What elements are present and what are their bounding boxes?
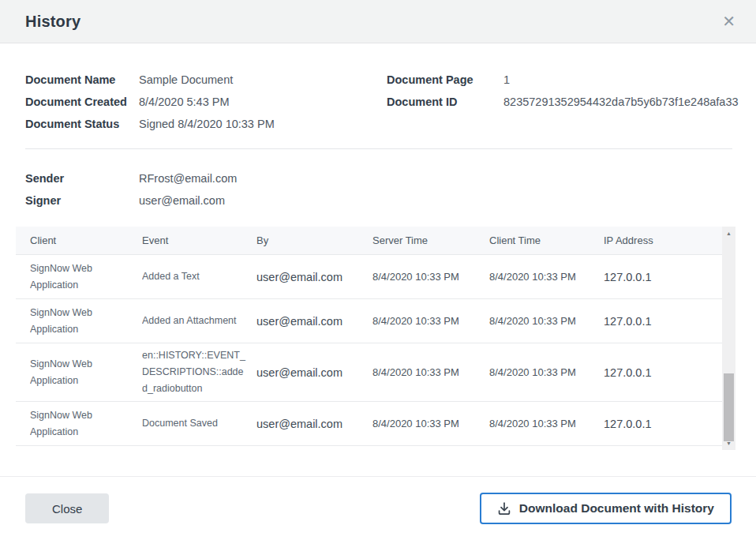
column-header-event: Event [142,234,256,246]
field-label: Document Name [25,73,139,86]
cell-client-time: 8/4/2020 10:33 PM [489,366,604,378]
cell-client: SignNow Web Application [30,261,142,293]
table-scrollbar[interactable]: ▲ ▼ [722,227,735,450]
cell-by: user@email.com [256,271,372,283]
field-label: Document Page [387,73,503,86]
cell-client: SignNow Web Application [30,305,142,337]
cell-server-time: 8/4/2020 10:33 PM [372,418,489,429]
cell-ip-address: 127.0.0.1 [604,366,720,379]
modal-header: History ✕ [0,0,756,43]
field-label: Sender [25,172,139,185]
history-table: Client Event By Server Time Client Time … [16,227,735,450]
field-document-name: Document Name Sample Document [25,69,275,91]
field-label: Document Status [25,118,139,130]
scroll-down-icon[interactable]: ▼ [722,437,735,449]
field-value: 8/4/2020 5:43 PM [139,96,229,108]
table-row: SignNow Web Application Document Saved u… [16,402,735,446]
column-header-client: Client [30,234,142,246]
column-header-server-time: Server Time [372,234,489,246]
field-value: 1 [503,73,510,86]
cell-server-time: 8/4/2020 10:33 PM [372,271,489,283]
cell-event: Added a Text [142,268,256,285]
field-value: Sample Document [139,73,233,86]
table-header-row: Client Event By Server Time Client Time … [16,227,735,255]
cell-client-time: 8/4/2020 10:33 PM [489,418,604,429]
field-document-status: Document Status Signed 8/4/2020 10:33 PM [25,113,275,135]
close-button[interactable]: Close [25,493,109,523]
field-sender: Sender RFrost@email.com [25,167,237,189]
field-value: RFrost@email.com [139,172,237,185]
field-label: Document ID [387,96,503,108]
scrollbar-thumb[interactable] [724,373,734,441]
column-header-ip-address: IP Address [604,234,720,246]
field-document-id: Document ID 82357291352954432da7b5y6b73f… [387,91,739,113]
column-header-by: By [256,234,372,246]
cell-by: user@email.com [256,366,372,379]
document-info-right: Document Page 1 Document ID 823572913529… [387,69,739,113]
field-signer: Signer user@email.com [25,189,237,212]
cell-by: user@email.com [256,418,372,430]
cell-event: Document Saved [142,415,256,432]
footer-divider [0,476,756,477]
cell-ip-address: 127.0.0.1 [604,271,720,283]
cell-client-time: 8/4/2020 10:33 PM [489,315,604,327]
cell-server-time: 8/4/2020 10:33 PM [372,366,489,378]
cell-ip-address: 127.0.0.1 [604,418,720,430]
cell-by: user@email.com [256,315,372,328]
field-value: Signed 8/4/2020 10:33 PM [139,118,275,130]
cell-client-time: 8/4/2020 10:33 PM [489,271,604,283]
field-label: Document Created [25,96,139,108]
table-row: SignNow Web Application Added a Text use… [16,255,735,299]
download-button-label: Download Document with History [519,501,714,516]
scroll-up-icon[interactable]: ▲ [722,227,735,239]
column-header-client-time: Client Time [489,234,604,246]
field-label: Signer [25,194,139,207]
cell-ip-address: 127.0.0.1 [604,315,720,328]
document-info-left: Document Name Sample Document Document C… [25,69,275,135]
cell-client: SignNow Web Application [30,407,142,440]
table-row: SignNow Web Application Added an Attachm… [16,299,735,343]
parties-section: Sender RFrost@email.com Signer user@emai… [25,167,237,212]
modal-title: History [25,13,80,31]
table-row: SignNow Web Application en::HISTORY::EVE… [16,343,735,402]
download-document-button[interactable]: Download Document with History [480,493,732,524]
history-modal: History ✕ Document Name Sample Document … [0,0,756,540]
field-document-created: Document Created 8/4/2020 5:43 PM [25,91,275,113]
cell-event: Added an Attachment [142,313,256,329]
download-icon [497,501,511,516]
field-value: 82357291352954432da7b5y6b73f1e248afa33 [503,96,739,108]
cell-server-time: 8/4/2020 10:33 PM [372,315,489,327]
cell-client: SignNow Web Application [30,356,142,388]
field-value: user@email.com [139,194,225,207]
close-icon[interactable]: ✕ [722,13,735,29]
field-document-page: Document Page 1 [387,69,739,91]
section-divider [25,148,732,149]
cell-event: en::HISTORY::EVENT_DESCRIPTIONS::added_r… [142,347,256,398]
